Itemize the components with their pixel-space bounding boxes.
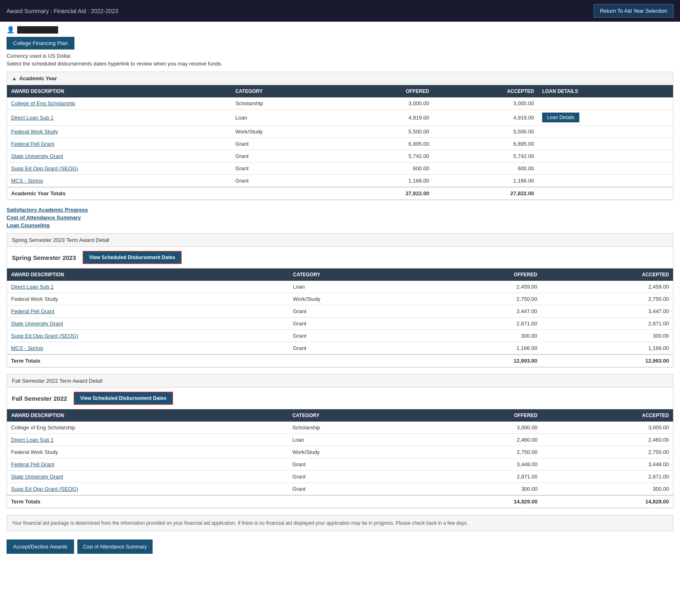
award-desc-cell[interactable]: State University Grant <box>7 318 289 330</box>
table-row: State University Grant Grant 2,871.00 2,… <box>7 471 673 483</box>
loan-details-button[interactable]: Loan Details <box>542 113 579 122</box>
fall-col-offered: OFFERED <box>423 409 542 422</box>
page-header: Award Summary : Financial Aid : 2022-202… <box>0 0 680 22</box>
category-cell: Grant <box>231 162 338 175</box>
academic-year-table: AWARD DESCRIPTION CATEGORY OFFERED ACCEP… <box>7 85 673 200</box>
award-desc-cell[interactable]: Direct Loan Sub 1 <box>7 281 289 293</box>
offered-cell: 3,000.00 <box>423 422 542 434</box>
spring-view-disbursement-button[interactable]: View Scheduled Disbursement Dates <box>83 251 182 264</box>
category-cell: Loan <box>288 434 422 446</box>
table-row: Direct Loan Sub 1 Loan 4,919.00 4,919.00… <box>7 110 673 126</box>
category-cell: Grant <box>288 483 422 496</box>
award-desc-cell[interactable]: Supp Ed Opp Grant (SEOG) <box>7 162 231 175</box>
award-desc-cell[interactable]: State University Grant <box>7 471 288 483</box>
totals-row: Term Totals 14,829.00 14,829.00 <box>7 495 673 508</box>
table-row: State University Grant Grant 5,742.00 5,… <box>7 150 673 162</box>
col-award-desc: AWARD DESCRIPTION <box>7 85 231 97</box>
accepted-cell: 5,500.00 <box>433 126 538 138</box>
accepted-cell: 300.00 <box>541 330 673 342</box>
links-section: Satisfactory Academic Progress Cost of A… <box>7 207 673 228</box>
loan-details-cell[interactable]: Loan Details <box>538 110 673 126</box>
award-desc-cell[interactable]: Direct Loan Sub 1 <box>7 110 231 126</box>
spring-col-category: CATEGORY <box>289 269 422 281</box>
table-row: Federal Work Study Work/Study 2,750.00 2… <box>7 446 673 458</box>
award-desc-cell[interactable]: State University Grant <box>7 150 231 162</box>
fall-term-table: AWARD DESCRIPTION CATEGORY OFFERED ACCEP… <box>7 409 673 508</box>
award-desc-cell[interactable]: Supp Ed Opp Grant (SEOG) <box>7 483 288 496</box>
offered-cell: 2,750.00 <box>423 446 542 458</box>
sap-link[interactable]: Satisfactory Academic Progress <box>7 207 673 213</box>
accepted-cell: 5,742.00 <box>433 150 538 162</box>
offered-cell: 5,742.00 <box>338 150 433 162</box>
category-cell: Grant <box>289 342 422 355</box>
header-sep2: : <box>88 8 91 14</box>
fall-term-title: Fall Semester 2022 <box>12 395 67 402</box>
totals-row: Academic Year Totals 27,822.00 27,822.00 <box>7 187 673 200</box>
category-cell: Grant <box>289 330 422 342</box>
currency-note: Currency used is US Dollar. <box>7 53 673 59</box>
award-desc-cell[interactable]: MCS - Spring <box>7 175 231 187</box>
accepted-cell: 1,166.00 <box>433 175 538 187</box>
col-loan-details: LOAN DETAILS <box>538 85 673 97</box>
offered-cell: 300.00 <box>423 483 542 496</box>
totals-ld <box>538 187 673 200</box>
totals-cat <box>288 495 422 508</box>
user-row: 👤 <box>7 26 673 34</box>
table-row: MCS - Spring Grant 1,166.00 1,166.00 <box>7 175 673 187</box>
accept-decline-button[interactable]: Accept/Decline Awards <box>7 539 74 554</box>
toggle-icon[interactable]: ▲ <box>12 76 17 81</box>
accepted-cell: 2,460.00 <box>542 434 673 446</box>
table-row: Direct Loan Sub 1 Loan 2,459.00 2,459.00 <box>7 281 673 293</box>
offered-cell: 2,460.00 <box>423 434 542 446</box>
table-row: MCS - Spring Grant 1,166.00 1,166.00 <box>7 342 673 355</box>
totals-accepted: 14,829.00 <box>542 495 673 508</box>
category-cell: Grant <box>231 150 338 162</box>
header-title: Award Summary : Financial Aid : 2022-202… <box>7 8 118 14</box>
category-cell: Scholarship <box>231 97 338 110</box>
category-cell: Work/Study <box>231 126 338 138</box>
category-cell: Scholarship <box>288 422 422 434</box>
award-desc-cell[interactable]: College of Eng Scholarship <box>7 97 231 110</box>
award-desc-cell[interactable]: Federal Pell Grant <box>7 458 288 471</box>
award-desc-cell[interactable]: Direct Loan Sub 1 <box>7 434 288 446</box>
totals-offered: 14,829.00 <box>423 495 542 508</box>
college-financing-plan-button[interactable]: College Financing Plan <box>7 37 74 50</box>
user-icon: 👤 <box>7 26 15 34</box>
offered-cell: 2,459.00 <box>422 281 541 293</box>
award-desc-cell: College of Eng Scholarship <box>7 422 288 434</box>
accepted-cell: 2,871.00 <box>542 471 673 483</box>
accepted-cell: 3,448.00 <box>542 458 673 471</box>
award-desc-cell[interactable]: Supp Ed Opp Grant (SEOG) <box>7 330 289 342</box>
category-cell: Loan <box>289 281 422 293</box>
loan-details-cell <box>538 162 673 175</box>
loan-counseling-link[interactable]: Loan Counseling <box>7 222 673 228</box>
accepted-cell: 2,750.00 <box>542 446 673 458</box>
loan-details-cell <box>538 175 673 187</box>
totals-cat <box>289 354 422 367</box>
offered-cell: 6,895.00 <box>338 138 433 150</box>
category-cell: Grant <box>231 175 338 187</box>
award-desc-cell[interactable]: Federal Pell Grant <box>7 305 289 318</box>
table-row: College of Eng Scholarship Scholarship 3… <box>7 97 673 110</box>
col-accepted: ACCEPTED <box>433 85 538 97</box>
category-cell: Work/Study <box>289 293 422 305</box>
award-desc-cell[interactable]: MCS - Spring <box>7 342 289 355</box>
coa-link[interactable]: Cost of Attendance Summary <box>7 214 673 221</box>
spring-section-title: Spring Semester 2023 Term Award Detail <box>12 237 109 243</box>
return-to-aid-year-button[interactable]: Return To Aid Year Selection <box>594 4 673 18</box>
spring-term-section-header: Spring Semester 2023 Term Award Detail <box>7 234 673 247</box>
offered-cell: 3,448.00 <box>423 458 542 471</box>
header-financial-aid: Financial Aid <box>54 8 86 14</box>
award-desc-cell[interactable]: Federal Pell Grant <box>7 138 231 150</box>
accepted-cell: 2,750.00 <box>541 293 673 305</box>
loan-details-cell <box>538 126 673 138</box>
fall-view-disbursement-button[interactable]: View Scheduled Disbursement Dates <box>74 392 173 405</box>
award-desc-cell[interactable]: Federal Work Study <box>7 126 231 138</box>
accepted-cell: 4,919.00 <box>433 110 538 126</box>
table-row: Federal Work Study Work/Study 2,750.00 2… <box>7 293 673 305</box>
fall-section-title: Fall Semester 2022 Term Award Detail <box>12 378 102 384</box>
coa-summary-button[interactable]: Cost of Attendance Summary <box>77 539 153 554</box>
table-row: Federal Pell Grant Grant 3,447.00 3,447.… <box>7 305 673 318</box>
fall-col-accepted: ACCEPTED <box>542 409 673 422</box>
fall-term-header-row: Fall Semester 2022 View Scheduled Disbur… <box>7 388 673 409</box>
